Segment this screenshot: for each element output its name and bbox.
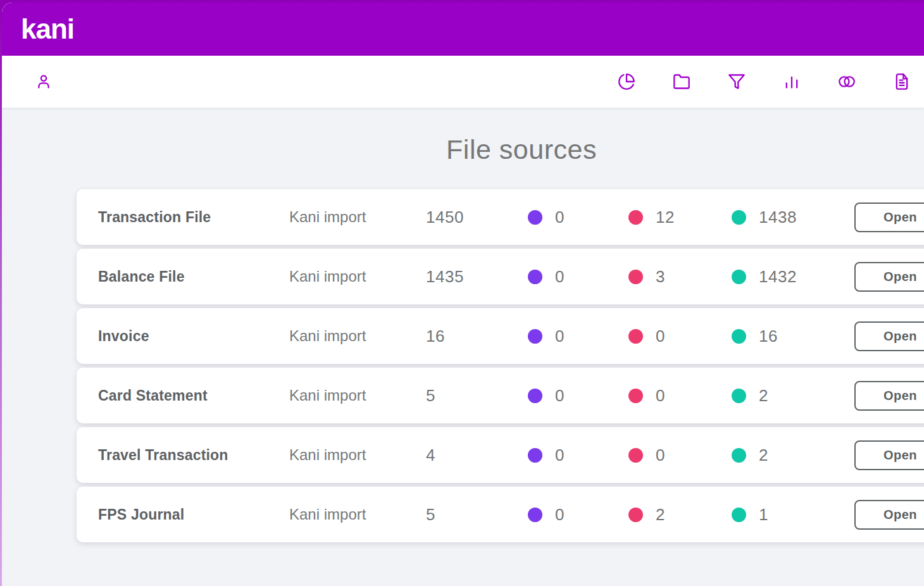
total-count: 5 bbox=[426, 386, 515, 406]
teal-stat-dot bbox=[732, 270, 746, 284]
teal-stat-count: 1438 bbox=[759, 208, 797, 227]
pink-stat-dot bbox=[628, 448, 643, 463]
pie-chart-icon[interactable] bbox=[618, 73, 635, 90]
file-source-row: Transaction File Kani import 1450 0 12 1… bbox=[77, 189, 924, 245]
teal-stat-count: 1 bbox=[759, 505, 768, 525]
folder-icon[interactable] bbox=[673, 73, 690, 90]
brand-logo: kani bbox=[21, 3, 74, 56]
file-source-row: Balance File Kani import 1435 0 3 1432 O… bbox=[77, 249, 924, 304]
teal-stat-dot bbox=[732, 389, 746, 403]
pink-stat-dot bbox=[628, 508, 643, 522]
teal-stat: 1432 bbox=[719, 267, 854, 287]
file-source: Kani import bbox=[289, 327, 426, 345]
file-source: Kani import bbox=[289, 446, 426, 464]
teal-stat-count: 2 bbox=[759, 446, 768, 465]
pink-stat: 0 bbox=[616, 327, 719, 346]
pink-stat: 12 bbox=[616, 208, 719, 227]
file-source-list: Transaction File Kani import 1450 0 12 1… bbox=[77, 189, 924, 542]
purple-stat-count: 0 bbox=[555, 267, 565, 287]
teal-stat: 2 bbox=[719, 446, 854, 465]
pink-stat-count: 0 bbox=[656, 327, 665, 346]
file-source: Kani import bbox=[289, 208, 426, 226]
pink-stat: 2 bbox=[616, 505, 719, 525]
open-button[interactable]: Open bbox=[854, 203, 924, 232]
purple-stat-count: 0 bbox=[555, 386, 565, 406]
pink-stat-count: 0 bbox=[656, 446, 665, 465]
pink-stat-dot bbox=[628, 329, 643, 344]
purple-stat-dot bbox=[528, 448, 542, 463]
pink-stat-count: 0 bbox=[656, 386, 665, 406]
teal-stat: 1 bbox=[719, 505, 854, 525]
pink-stat-count: 12 bbox=[656, 208, 675, 227]
bar-chart-icon[interactable] bbox=[783, 73, 801, 90]
teal-stat-dot bbox=[732, 210, 746, 225]
total-count: 1435 bbox=[426, 267, 515, 287]
filter-icon[interactable] bbox=[728, 73, 746, 90]
row-action-cell: Open bbox=[854, 321, 924, 351]
total-count: 4 bbox=[426, 446, 515, 465]
pink-stat-dot bbox=[628, 210, 643, 225]
teal-stat: 2 bbox=[719, 386, 854, 406]
user-icon[interactable] bbox=[35, 73, 53, 90]
pink-stat: 3 bbox=[616, 267, 719, 287]
purple-stat-dot bbox=[528, 210, 542, 225]
content-area: File sources Transaction File Kani impor… bbox=[2, 108, 924, 586]
file-source: Kani import bbox=[289, 268, 426, 285]
pink-stat-count: 3 bbox=[656, 267, 665, 287]
pink-stat: 0 bbox=[616, 386, 719, 406]
toolbar bbox=[2, 56, 924, 108]
purple-stat: 0 bbox=[515, 267, 616, 287]
toolbar-right-icons bbox=[618, 73, 911, 90]
open-button[interactable]: Open bbox=[854, 262, 924, 292]
teal-stat: 16 bbox=[719, 327, 854, 346]
teal-stat-dot bbox=[732, 329, 746, 344]
page-title: File sources bbox=[77, 134, 924, 165]
file-name: Invoice bbox=[98, 328, 289, 345]
pink-stat-dot bbox=[628, 389, 643, 403]
purple-stat-count: 0 bbox=[555, 505, 565, 525]
open-button[interactable]: Open bbox=[854, 381, 924, 411]
purple-stat: 0 bbox=[515, 386, 616, 406]
purple-stat-dot bbox=[528, 508, 542, 522]
row-action-cell: Open bbox=[854, 262, 924, 292]
purple-stat-count: 0 bbox=[555, 446, 565, 465]
app-window: kani bbox=[2, 3, 924, 586]
purple-stat-count: 0 bbox=[555, 208, 565, 227]
row-action-cell: Open bbox=[854, 500, 924, 530]
file-source-row: Card Statement Kani import 5 0 0 2 Open bbox=[77, 368, 924, 423]
total-count: 1450 bbox=[426, 208, 515, 227]
teal-stat-dot bbox=[732, 508, 746, 522]
purple-stat-dot bbox=[528, 389, 542, 403]
teal-stat-count: 2 bbox=[759, 386, 768, 406]
purple-stat-count: 0 bbox=[555, 327, 565, 346]
purple-stat: 0 bbox=[515, 505, 616, 525]
row-action-cell: Open bbox=[854, 203, 924, 232]
pink-stat-count: 2 bbox=[656, 505, 665, 525]
file-source-row: FPS Journal Kani import 5 0 2 1 Open bbox=[77, 487, 924, 542]
row-action-cell: Open bbox=[854, 440, 924, 470]
purple-stat: 0 bbox=[515, 208, 616, 227]
file-source: Kani import bbox=[289, 506, 426, 523]
open-button[interactable]: Open bbox=[854, 321, 924, 351]
file-name: Transaction File bbox=[98, 209, 289, 226]
total-count: 16 bbox=[426, 327, 515, 346]
total-count: 5 bbox=[426, 505, 515, 525]
app-header: kani bbox=[2, 3, 924, 56]
row-action-cell: Open bbox=[854, 381, 924, 411]
document-icon[interactable] bbox=[893, 73, 911, 90]
open-button[interactable]: Open bbox=[854, 440, 924, 470]
purple-stat-dot bbox=[528, 270, 542, 284]
file-source: Kani import bbox=[289, 387, 426, 404]
open-button[interactable]: Open bbox=[854, 500, 924, 530]
file-name: FPS Journal bbox=[98, 506, 289, 523]
venn-circles-icon[interactable] bbox=[838, 73, 856, 90]
purple-stat: 0 bbox=[515, 327, 616, 346]
teal-stat: 1438 bbox=[719, 208, 854, 227]
teal-stat-dot bbox=[732, 448, 746, 463]
purple-stat: 0 bbox=[515, 446, 616, 465]
file-name: Balance File bbox=[98, 268, 289, 285]
file-name: Card Statement bbox=[98, 387, 289, 404]
file-source-row: Invoice Kani import 16 0 0 16 Open bbox=[77, 308, 924, 364]
file-name: Travel Transaction bbox=[98, 447, 289, 464]
file-source-row: Travel Transaction Kani import 4 0 0 2 O… bbox=[77, 427, 924, 483]
